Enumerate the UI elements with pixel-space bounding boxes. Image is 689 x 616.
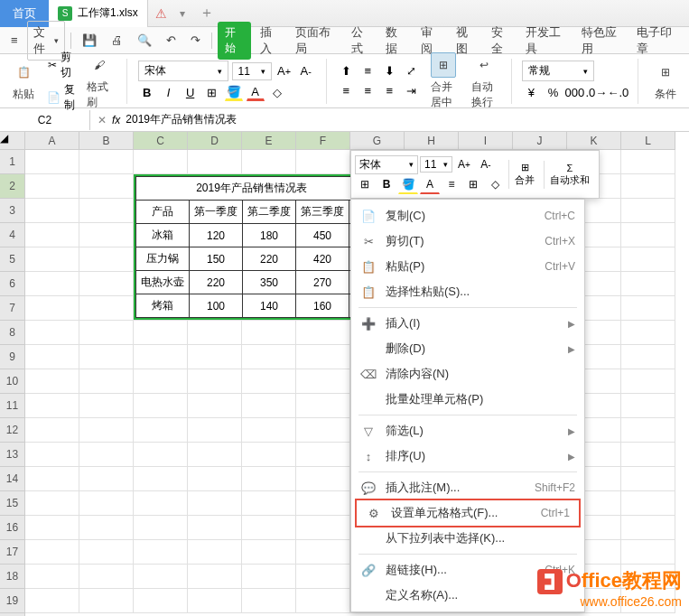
row-header[interactable]: 11 [0,394,25,418]
mini-sum-button[interactable]: Σ 自动求和 [544,161,595,189]
row-header[interactable]: 17 [0,540,25,565]
tab-insert[interactable]: 插入 [255,21,286,61]
align-top-icon[interactable]: ⬆ [337,62,355,80]
row-header[interactable]: 10 [0,369,25,394]
italic-button[interactable]: I [160,83,178,101]
formula-input[interactable] [126,114,682,126]
paste-button[interactable]: 📋 粘贴 [7,58,40,104]
decrease-decimal-icon[interactable]: ←.0 [609,83,627,101]
mini-size-select[interactable]: 11▾ [420,156,452,173]
mini-increase-font-icon[interactable]: A+ [454,154,474,174]
mini-align-icon[interactable]: ≡ [442,174,461,194]
fx-icon[interactable]: fx [112,114,120,126]
align-middle-icon[interactable]: ≡ [358,62,377,80]
percent-icon[interactable]: % [544,83,562,101]
row-header[interactable]: 5 [0,247,25,272]
increase-font-icon[interactable]: A+ [275,62,293,80]
redo-icon[interactable]: ↷ [185,30,206,51]
fill-color-button[interactable]: 🪣 [225,83,243,101]
border-button[interactable]: ⊞ [203,83,221,101]
row-header[interactable]: 8 [0,321,25,345]
cm-paste[interactable]: 📋粘贴(P)Ctrl+V [351,254,584,279]
undo-icon[interactable]: ↶ [161,30,182,51]
selected-range[interactable]: 2019年产品销售情况表 产品 第一季度 第二季度 第三季度 第 冰箱12018… [134,174,369,320]
font-color-button[interactable]: A [247,83,265,101]
tab-formula[interactable]: 公式 [346,21,377,61]
align-bottom-icon[interactable]: ⬇ [380,62,398,80]
row-header[interactable]: 15 [0,491,25,516]
row-header[interactable]: 19 [0,589,25,613]
mini-border-icon[interactable]: ⊞ [355,174,375,194]
cm-clear[interactable]: ⌫清除内容(N) [351,361,584,387]
name-box[interactable]: C2 [0,110,90,130]
row-header[interactable]: 13 [0,443,25,467]
cm-paste-special[interactable]: 📋选择性粘贴(S)... [351,279,584,304]
col-header[interactable]: D [188,132,242,150]
row-header[interactable]: 7 [0,296,25,321]
col-header[interactable]: J [513,132,567,150]
mini-decrease-font-icon[interactable]: A- [476,154,496,174]
col-header[interactable]: C [134,132,188,150]
col-header[interactable]: L [621,132,675,150]
row-header[interactable]: 4 [0,223,25,247]
tab-stamp[interactable]: 电子印章 [631,21,684,61]
row-header[interactable]: 12 [0,418,25,443]
copy-button[interactable]: 复制 [64,82,76,113]
align-center-icon[interactable]: ≡ [358,82,377,100]
cut-button[interactable]: 剪切 [61,50,76,80]
number-format-select[interactable]: 常规▾ [522,61,594,81]
mini-format-icon[interactable]: ◇ [485,174,505,194]
merge-center-button[interactable]: ⊞ 合并居中 [427,51,460,112]
currency-icon[interactable]: ¥ [522,83,540,101]
mini-font-select[interactable]: 宋体▾ [355,155,418,174]
col-header[interactable]: F [296,132,350,150]
save-icon[interactable]: 💾 [77,30,102,51]
row-header[interactable]: 3 [0,199,25,223]
col-header[interactable]: I [459,132,513,150]
cm-delete[interactable]: 删除(D)▶ [351,336,584,361]
font-select[interactable]: 宋体▾ [138,61,228,81]
align-right-icon[interactable]: ≡ [380,82,398,100]
select-all-corner[interactable]: ◢ [0,132,25,150]
indent-icon[interactable]: ⇥ [402,82,420,100]
cm-copy[interactable]: 📄复制(C)Ctrl+C [351,203,584,229]
mini-font-color-icon[interactable]: A [420,174,440,194]
tab-dev[interactable]: 开发工具 [520,21,573,61]
row-header[interactable]: 6 [0,272,25,296]
tab-data[interactable]: 数据 [380,21,412,61]
cm-format-cells[interactable]: ⚙设置单元格格式(F)...Ctrl+1 [357,500,579,526]
align-left-icon[interactable]: ≡ [337,82,355,100]
bold-button[interactable]: B [138,83,156,101]
col-header[interactable]: K [567,132,621,150]
row-header[interactable]: 2 [0,174,25,199]
cm-insert[interactable]: ➕插入(I)▶ [351,311,584,336]
cm-cut[interactable]: ✂剪切(T)Ctrl+X [351,229,584,254]
mini-bold-button[interactable]: B [377,174,396,194]
tab-special[interactable]: 特色应用 [576,21,628,61]
row-header[interactable]: 9 [0,345,25,369]
underline-button[interactable]: U [182,83,200,101]
cm-batch[interactable]: 批量处理单元格(P) [351,387,584,412]
decrease-font-icon[interactable]: A- [297,62,315,80]
add-tab-button[interactable]: ＋ [191,4,223,23]
warning-icon[interactable]: ⚠ [148,6,174,21]
cm-comment[interactable]: 💬插入批注(M)...Shift+F2 [351,475,584,500]
style-button[interactable]: ◇ [268,83,286,101]
mini-merge-button[interactable]: ⊞ 合并 [508,160,540,189]
row-header[interactable]: 1 [0,150,25,174]
mini-grid-icon[interactable]: ⊞ [463,174,483,194]
wrap-text-button[interactable]: ↩ 自动换行 [468,51,500,112]
hamburger-icon[interactable]: ≡ [5,30,23,51]
col-header[interactable]: G [350,132,405,150]
increase-decimal-icon[interactable]: .0→ [587,83,605,101]
cm-sort[interactable]: ↕排序(U)▶ [351,443,584,469]
orientation-icon[interactable]: ⤢ [402,62,420,80]
cm-filter[interactable]: ▽筛选(L)▶ [351,418,584,443]
cancel-icon[interactable]: ✕ [98,114,107,126]
format-painter-button[interactable]: 🖌 格式刷 [83,51,116,112]
row-header[interactable]: 14 [0,467,25,491]
conditional-format-button[interactable]: ⊞ 条件 [649,58,682,104]
row-header[interactable]: 16 [0,516,25,540]
print-icon[interactable]: 🖨 [106,30,128,51]
mini-fill-color-icon[interactable]: 🪣 [398,174,418,194]
